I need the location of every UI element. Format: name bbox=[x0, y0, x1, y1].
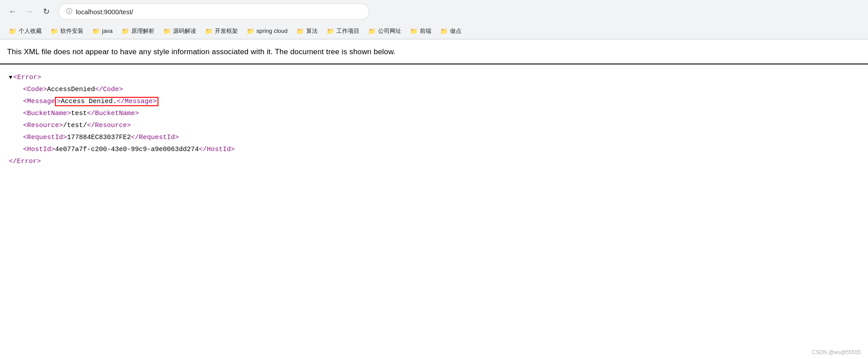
back-button[interactable]: ← bbox=[5, 4, 20, 19]
page-content: This XML file does not appear to have an… bbox=[0, 40, 868, 175]
bookmark-label: 开发框架 bbox=[215, 27, 238, 35]
bookmark-item-frontend[interactable]: 📁 前端 bbox=[406, 25, 435, 37]
bookmark-label: 公司网址 bbox=[378, 27, 401, 35]
folder-icon: 📁 bbox=[247, 28, 254, 35]
folder-icon: 📁 bbox=[368, 28, 376, 35]
bookmark-label: 原理解析 bbox=[131, 27, 154, 35]
bookmark-item-personal[interactable]: 📁 个人收藏 bbox=[5, 25, 45, 37]
bookmark-item-java[interactable]: 📁 java bbox=[89, 26, 116, 36]
address-bar[interactable]: ⓘ localhost:9000/test/ bbox=[59, 4, 369, 20]
hostid-open-tag: <HostId> bbox=[23, 146, 55, 153]
browser-chrome: ← → ↻ ⓘ localhost:9000/test/ 📁 个人收藏 📁 软件… bbox=[0, 0, 868, 40]
error-close-tag: </Error> bbox=[9, 158, 41, 165]
requestid-value: 177884EC83037FE2 bbox=[67, 134, 131, 141]
bookmark-label: spring cloud bbox=[256, 28, 288, 34]
bookmark-item-yuanli[interactable]: 📁 原理解析 bbox=[118, 25, 158, 37]
bookmark-label: 做点 bbox=[450, 27, 462, 35]
folder-icon: 📁 bbox=[92, 28, 100, 35]
footer-watermark: CSDN @wu@55555 bbox=[812, 349, 861, 355]
folder-icon: 📁 bbox=[440, 28, 448, 35]
bookmark-item-framework[interactable]: 📁 开发框架 bbox=[201, 25, 241, 37]
folder-icon: 📁 bbox=[327, 28, 334, 35]
message-open-tag-end: > bbox=[57, 98, 61, 105]
xml-root-close: </Error> bbox=[9, 156, 859, 168]
bucketname-value: test bbox=[71, 110, 87, 117]
bucketname-open-tag: <BucketName> bbox=[23, 110, 71, 117]
xml-bucketname-line: <BucketName>test</BucketName> bbox=[23, 108, 859, 120]
folder-icon: 📁 bbox=[296, 28, 304, 35]
bookmark-item-software[interactable]: 📁 软件安装 bbox=[47, 25, 87, 37]
xml-resource-line: <Resource>/test/</Resource> bbox=[23, 120, 859, 132]
hostid-value: 4e077a7f-c200-43e0-99c9-a9e0063dd274 bbox=[55, 146, 199, 153]
browser-toolbar: ← → ↻ ⓘ localhost:9000/test/ bbox=[0, 0, 868, 23]
lock-icon: ⓘ bbox=[66, 8, 72, 16]
bookmark-label: 个人收藏 bbox=[19, 27, 42, 35]
xml-code-line: <Code>AccessDenied</Code> bbox=[23, 84, 859, 96]
requestid-open-tag: <RequestId> bbox=[23, 134, 67, 141]
bookmark-item-zuodian[interactable]: 📁 做点 bbox=[437, 25, 465, 37]
bookmark-label: 源码解读 bbox=[173, 27, 196, 35]
bookmark-label: 工作项目 bbox=[336, 27, 359, 35]
xml-requestid-line: <RequestId>177884EC83037FE2</RequestId> bbox=[23, 132, 859, 144]
refresh-button[interactable]: ↻ bbox=[39, 4, 53, 19]
code-open-tag: <Code> bbox=[23, 86, 47, 93]
bookmark-label: 软件安装 bbox=[60, 27, 83, 35]
bookmark-label: 算法 bbox=[306, 27, 318, 35]
bookmark-label: 前端 bbox=[420, 27, 431, 35]
bookmark-label: java bbox=[102, 28, 113, 34]
resource-value: /test/ bbox=[63, 122, 87, 129]
bookmark-item-suanfa[interactable]: 📁 算法 bbox=[293, 25, 321, 37]
xml-notice: This XML file does not appear to have an… bbox=[0, 40, 868, 64]
folder-icon: 📁 bbox=[205, 28, 213, 35]
message-highlight: >Access Denied.</Message> bbox=[55, 97, 158, 106]
message-open-tag: <Message bbox=[23, 98, 55, 105]
code-value: AccessDenied bbox=[47, 86, 95, 93]
resource-open-tag: <Resource> bbox=[23, 122, 63, 129]
xml-message-line: <Message>Access Denied.</Message> bbox=[23, 96, 859, 108]
message-value: Access Denied. bbox=[61, 98, 117, 105]
bookmark-item-springcloud[interactable]: 📁 spring cloud bbox=[243, 26, 291, 36]
folder-icon: 📁 bbox=[163, 28, 171, 35]
bookmark-item-yuanma[interactable]: 📁 源码解读 bbox=[160, 25, 200, 37]
bookmark-item-company[interactable]: 📁 公司网址 bbox=[365, 25, 405, 37]
bookmark-item-work[interactable]: 📁 工作项目 bbox=[323, 25, 363, 37]
forward-button[interactable]: → bbox=[22, 4, 36, 19]
xml-hostid-line: <HostId>4e077a7f-c200-43e0-99c9-a9e0063d… bbox=[23, 144, 859, 156]
expand-arrow[interactable]: ▼ bbox=[9, 74, 12, 81]
nav-buttons: ← → ↻ bbox=[5, 4, 53, 19]
hostid-close-tag: </HostId> bbox=[199, 146, 235, 153]
code-close-tag: </Code> bbox=[95, 86, 123, 93]
xml-root-open: ▼<Error> bbox=[9, 72, 859, 84]
error-open-tag: <Error> bbox=[13, 74, 41, 81]
folder-icon: 📁 bbox=[9, 28, 16, 35]
url-text: localhost:9000/test/ bbox=[76, 8, 133, 16]
requestid-close-tag: </RequestId> bbox=[131, 134, 179, 141]
xml-tree: ▼<Error> <Code>AccessDenied</Code> <Mess… bbox=[0, 64, 868, 175]
bookmarks-bar: 📁 个人收藏 📁 软件安装 📁 java 📁 原理解析 📁 源码解读 📁 开发框… bbox=[0, 23, 868, 39]
message-close-tag: </Message> bbox=[117, 98, 157, 105]
bucketname-close-tag: </BucketName> bbox=[87, 110, 139, 117]
folder-icon: 📁 bbox=[51, 28, 58, 35]
resource-close-tag: </Resource> bbox=[87, 122, 131, 129]
folder-icon: 📁 bbox=[410, 28, 418, 35]
folder-icon: 📁 bbox=[122, 28, 129, 35]
